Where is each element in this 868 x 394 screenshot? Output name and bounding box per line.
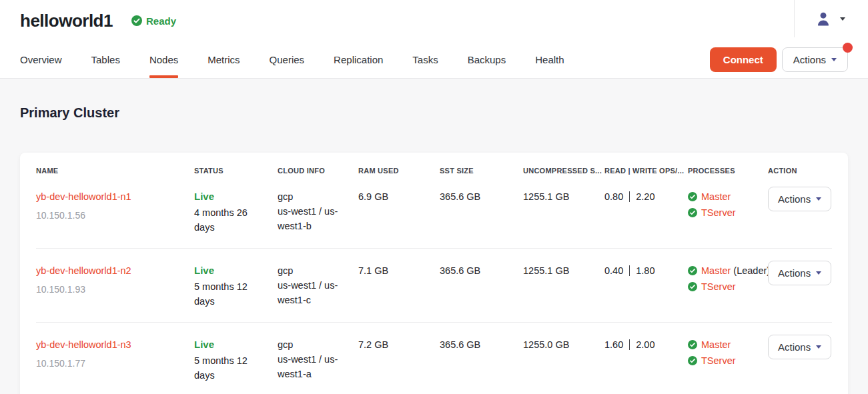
region-zone: us-west1 / us-west1-b — [278, 204, 349, 233]
process-tserver: TServer — [688, 205, 759, 220]
cluster-status-badge: Ready — [131, 15, 176, 27]
tab-metrics[interactable]: Metrics — [207, 41, 240, 78]
column-header-uncompressed: UNCOMPRESSED S... — [523, 167, 604, 175]
node-status: Live — [194, 337, 268, 352]
page-title: Primary Cluster — [20, 105, 848, 121]
processes-cell: Master TServer — [688, 189, 768, 235]
main-content: Primary Cluster NAME STATUS CLOUD INFO R… — [0, 79, 868, 394]
row-actions-button[interactable]: Actions — [768, 335, 831, 359]
ram-used-cell: 7.1 GB — [358, 263, 440, 309]
read-write-ops-cell: 0.401.80 — [604, 263, 688, 309]
process-master-link[interactable]: Master — [701, 189, 731, 204]
node-name-link[interactable]: yb-dev-helloworld1-n3 — [36, 339, 131, 350]
tab-overview[interactable]: Overview — [20, 41, 62, 78]
primary-nav: Overview Tables Nodes Metrics Queries Re… — [0, 41, 868, 79]
node-name-link[interactable]: yb-dev-helloworld1-n1 — [36, 191, 131, 202]
process-tserver: TServer — [688, 279, 759, 294]
table-header-row: NAME STATUS CLOUD INFO RAM USED SST SIZE… — [36, 153, 832, 175]
cloud-info-cell: gcp us-west1 / us-west1-c — [278, 263, 358, 309]
cloud-provider: gcp — [278, 263, 349, 278]
row-actions-button[interactable]: Actions — [768, 187, 831, 211]
write-ops: 1.80 — [636, 265, 655, 276]
node-ip: 10.150.1.56 — [36, 208, 185, 223]
sst-size-cell: 365.6 GB — [440, 189, 523, 235]
header-top: helloworld1 Ready — [0, 0, 868, 41]
cloud-provider: gcp — [278, 189, 349, 204]
name-cell: yb-dev-helloworld1-n3 10.150.1.77 — [36, 337, 194, 383]
tab-nodes[interactable]: Nodes — [149, 41, 178, 78]
nav-tabs: Overview Tables Nodes Metrics Queries Re… — [20, 41, 564, 78]
process-master-link[interactable]: Master — [701, 263, 731, 278]
nav-actions: Connect Actions — [710, 47, 848, 72]
table-row: yb-dev-helloworld1-n2 10.150.1.93 Live 5… — [36, 248, 832, 322]
process-tserver: TServer — [688, 353, 759, 368]
process-master: Master (Leader) — [688, 263, 759, 278]
connect-button[interactable]: Connect — [710, 47, 777, 72]
node-uptime: 5 months 12 days — [194, 353, 268, 383]
name-cell: yb-dev-helloworld1-n2 10.150.1.93 — [36, 263, 194, 309]
chevron-down-icon — [816, 197, 821, 201]
cloud-provider: gcp — [278, 337, 349, 352]
ops-divider — [629, 339, 630, 350]
column-header-action: ACTION — [768, 167, 832, 175]
node-name-link[interactable]: yb-dev-helloworld1-n2 — [36, 265, 131, 276]
process-master: Master — [688, 189, 759, 204]
table-row: yb-dev-helloworld1-n1 10.150.1.56 Live 4… — [36, 175, 832, 248]
check-circle-icon — [688, 192, 697, 201]
chevron-down-icon — [840, 17, 845, 21]
row-actions-button[interactable]: Actions — [768, 261, 831, 285]
check-circle-icon — [131, 15, 142, 26]
app-header: helloworld1 Ready Overview Tables Nodes … — [0, 0, 868, 79]
column-header-ram-used: RAM USED — [358, 167, 440, 175]
read-ops: 0.80 — [604, 191, 623, 202]
ram-used-cell: 7.2 GB — [358, 337, 440, 383]
tab-replication[interactable]: Replication — [334, 41, 383, 78]
chevron-down-icon — [831, 58, 837, 61]
action-cell: Actions — [768, 263, 832, 309]
uncompressed-size-cell: 1255.0 GB — [523, 337, 604, 383]
row-actions-label: Actions — [778, 267, 811, 279]
process-tserver-link[interactable]: TServer — [701, 353, 736, 368]
process-master-link[interactable]: Master — [701, 337, 731, 352]
column-header-processes: PROCESSES — [688, 167, 768, 175]
column-header-cloud-info: CLOUD INFO — [278, 167, 358, 175]
cloud-info-cell: gcp us-west1 / us-west1-a — [278, 337, 358, 383]
tab-queries[interactable]: Queries — [270, 41, 305, 78]
ram-used-cell: 6.9 GB — [358, 189, 440, 235]
status-cell: Live 4 months 26 days — [194, 189, 278, 235]
uncompressed-size-cell: 1255.1 GB — [523, 189, 604, 235]
check-circle-icon — [688, 208, 697, 217]
user-menu-button[interactable] — [794, 0, 848, 37]
status-cell: Live 5 months 12 days — [194, 263, 278, 309]
column-header-read-write: READ | WRITE OPS/... — [604, 167, 688, 175]
process-tserver-link[interactable]: TServer — [701, 279, 736, 294]
read-ops: 1.60 — [604, 339, 623, 350]
processes-cell: Master (Leader) TServer — [688, 263, 768, 309]
name-cell: yb-dev-helloworld1-n1 10.150.1.56 — [36, 189, 194, 235]
write-ops: 2.00 — [636, 339, 655, 350]
node-status: Live — [194, 189, 268, 204]
process-tserver-link[interactable]: TServer — [701, 205, 736, 220]
column-header-name: NAME — [36, 167, 194, 175]
node-uptime: 4 months 26 days — [194, 205, 268, 235]
column-header-status: STATUS — [194, 167, 278, 175]
region-zone: us-west1 / us-west1-c — [278, 278, 349, 307]
chevron-down-icon — [816, 345, 821, 349]
read-write-ops-cell: 1.602.00 — [604, 337, 688, 383]
ops-divider — [629, 191, 630, 202]
column-header-sst-size: SST SIZE — [440, 167, 523, 175]
check-circle-icon — [688, 340, 697, 349]
tab-tasks[interactable]: Tasks — [412, 41, 438, 78]
processes-cell: Master TServer — [688, 337, 768, 383]
sst-size-cell: 365.6 GB — [440, 263, 523, 309]
action-cell: Actions — [768, 189, 832, 235]
process-master-suffix: (Leader) — [733, 263, 770, 278]
node-status: Live — [194, 263, 268, 278]
actions-dropdown-button[interactable]: Actions — [782, 47, 848, 72]
read-ops: 0.40 — [604, 265, 623, 276]
tab-tables[interactable]: Tables — [91, 41, 120, 78]
cluster-status-label: Ready — [146, 15, 176, 27]
tab-backups[interactable]: Backups — [468, 41, 506, 78]
tab-health[interactable]: Health — [535, 41, 564, 78]
check-circle-icon — [688, 356, 697, 365]
